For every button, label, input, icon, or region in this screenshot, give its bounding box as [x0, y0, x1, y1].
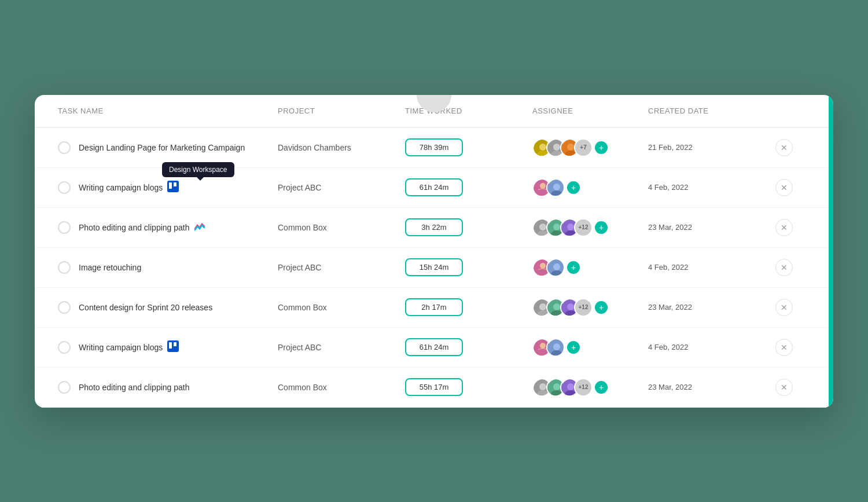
- time-cell: 78h 39m: [405, 138, 532, 156]
- svg-rect-11: [174, 182, 176, 186]
- task-cell: Writing campaign blogs: [58, 181, 278, 194]
- add-assignee-button[interactable]: +: [567, 181, 580, 194]
- clickup-icon: [194, 221, 205, 232]
- svg-point-37: [553, 303, 560, 310]
- date-cell: 23 Mar, 2022: [648, 383, 775, 391]
- svg-point-46: [540, 343, 546, 349]
- task-cell: Content design for Sprint 20 releases: [58, 301, 278, 314]
- time-cell: 61h 24m: [405, 178, 532, 196]
- svg-point-22: [553, 223, 560, 230]
- table-row: Design Workspace Writing campaign blogs …: [35, 168, 833, 208]
- project-name: Davidson Chambers: [278, 143, 405, 152]
- avatar-count: +12: [574, 378, 593, 397]
- table-row: Photo editing and clipping path Common B…: [35, 208, 833, 248]
- avatar-count: +12: [574, 298, 593, 317]
- time-cell: 2h 17m: [405, 298, 532, 316]
- avatar-group: +: [532, 178, 580, 197]
- task-name-text: Photo editing and clipping path: [79, 221, 205, 234]
- date-cell: 4 Feb, 2022: [648, 343, 775, 351]
- task-name-text: Content design for Sprint 20 releases: [79, 303, 212, 312]
- assignee-cell: +12+: [532, 298, 648, 317]
- project-name: Common Box: [278, 383, 405, 392]
- avatar-count: +7: [574, 138, 593, 157]
- task-name-text: Image retouching: [79, 263, 141, 272]
- add-assignee-button[interactable]: +: [595, 381, 608, 394]
- task-radio[interactable]: [58, 181, 71, 194]
- add-assignee-button[interactable]: +: [567, 261, 580, 274]
- project-icon-badge: [167, 340, 179, 354]
- time-cell: 61h 24m: [405, 338, 532, 356]
- task-cell: Design Landing Page for Marketing Campai…: [58, 141, 278, 154]
- trello-icon: [167, 340, 179, 352]
- date-cell: 23 Mar, 2022: [648, 303, 775, 312]
- add-assignee-button[interactable]: +: [595, 141, 608, 154]
- task-cell: Writing campaign blogs: [58, 340, 278, 354]
- time-badge: 2h 17m: [405, 298, 463, 316]
- svg-point-25: [567, 223, 574, 230]
- avatar: [546, 178, 565, 197]
- close-cell: ✕: [775, 219, 810, 236]
- svg-point-58: [567, 383, 574, 390]
- svg-point-40: [567, 303, 574, 310]
- close-cell: ✕: [775, 339, 810, 356]
- date-cell: 4 Feb, 2022: [648, 263, 775, 272]
- date-cell: 4 Feb, 2022: [648, 183, 775, 192]
- svg-point-31: [553, 263, 560, 270]
- scrollbar[interactable]: [829, 95, 833, 408]
- col-date: Created Date: [648, 107, 775, 115]
- date-cell: 21 Feb, 2022: [648, 143, 775, 152]
- close-button[interactable]: ✕: [775, 379, 793, 396]
- svg-point-34: [539, 303, 546, 310]
- time-cell: 55h 17m: [405, 378, 532, 396]
- time-badge: 3h 22m: [405, 218, 463, 236]
- avatar: [546, 258, 565, 277]
- svg-point-55: [553, 383, 560, 390]
- svg-point-28: [540, 263, 546, 269]
- project-name: Common Box: [278, 223, 405, 232]
- avatar-group: +12+: [532, 378, 608, 397]
- task-radio[interactable]: [58, 301, 71, 314]
- col-task-name: Task Name: [58, 107, 278, 115]
- avatar-group: +12+: [532, 218, 608, 237]
- project-name: Common Box: [278, 303, 405, 312]
- add-assignee-button[interactable]: +: [595, 221, 608, 234]
- avatar-group: +7+: [532, 138, 608, 157]
- task-radio[interactable]: [58, 381, 71, 394]
- svg-point-7: [567, 144, 574, 151]
- close-cell: ✕: [775, 259, 810, 276]
- svg-point-49: [553, 343, 560, 350]
- svg-point-19: [539, 223, 546, 230]
- assignee-cell: +: [532, 258, 648, 277]
- add-assignee-button[interactable]: +: [567, 341, 580, 354]
- table-row: Image retouching Project ABC 15h 24m + 4…: [35, 248, 833, 288]
- svg-point-13: [540, 183, 546, 189]
- add-assignee-button[interactable]: +: [595, 301, 608, 314]
- task-radio[interactable]: [58, 141, 71, 154]
- close-button[interactable]: ✕: [775, 339, 793, 356]
- close-button[interactable]: ✕: [775, 179, 793, 196]
- close-cell: ✕: [775, 179, 810, 196]
- table-body: Design Landing Page for Marketing Campai…: [35, 128, 833, 408]
- time-badge: 78h 39m: [405, 138, 463, 156]
- table-row: Content design for Sprint 20 releases Co…: [35, 288, 833, 328]
- task-radio[interactable]: [58, 341, 71, 354]
- task-radio[interactable]: [58, 261, 71, 274]
- time-cell: 15h 24m: [405, 258, 532, 276]
- project-name: Project ABC: [278, 343, 405, 352]
- time-cell: 3h 22m: [405, 218, 532, 236]
- close-button[interactable]: ✕: [775, 259, 793, 276]
- close-button[interactable]: ✕: [775, 219, 793, 236]
- task-name-text: Writing campaign blogs: [79, 181, 179, 194]
- date-cell: 23 Mar, 2022: [648, 223, 775, 232]
- close-cell: ✕: [775, 139, 810, 156]
- time-badge: 15h 24m: [405, 258, 463, 276]
- task-radio[interactable]: [58, 221, 71, 234]
- time-badge: 61h 24m: [405, 178, 463, 196]
- close-button[interactable]: ✕: [775, 139, 793, 156]
- col-assignee: Assignee: [532, 107, 648, 115]
- table-row: Writing campaign blogs Project ABC 61h 2…: [35, 328, 833, 368]
- svg-point-52: [539, 383, 546, 390]
- project-icon-badge: [194, 221, 205, 234]
- close-button[interactable]: ✕: [775, 299, 793, 316]
- project-icon-badge: [167, 181, 179, 194]
